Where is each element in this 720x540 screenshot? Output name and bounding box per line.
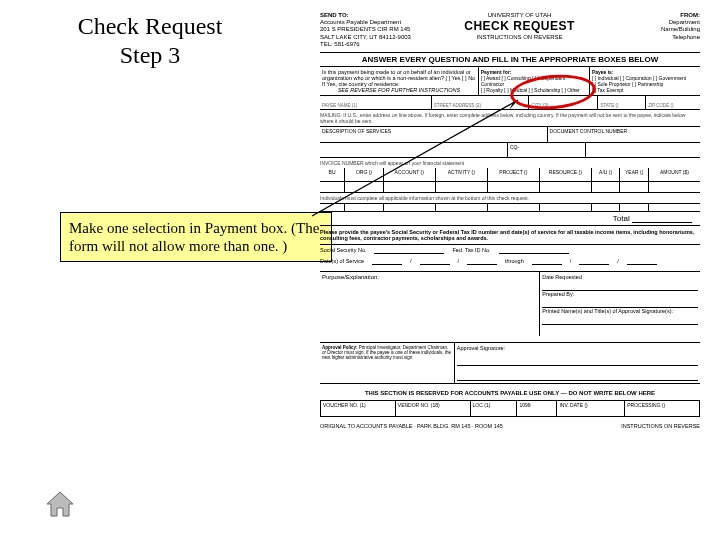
page-title-line1: Check Request: [60, 12, 240, 41]
ap-dist: PROCESSING (): [625, 401, 699, 416]
col-amount: AMOUNT ($): [649, 168, 700, 181]
footer-left: ORIGINAL TO ACCOUNTS PAYABLE · PARK BLDG…: [320, 423, 503, 429]
svg-marker-2: [47, 492, 73, 516]
university-line: UNIVERSITY OF UTAH: [453, 12, 586, 19]
form-title: CHECK REQUEST: [453, 19, 586, 33]
see-reverse: SEE REVERSE FOR FURTHER INSTRUCTIONS: [322, 87, 476, 93]
dos-label: Date(s) of Service: [320, 258, 364, 265]
home-button[interactable]: [44, 488, 76, 520]
check-request-form: SEND TO: Accounts Payable Department 201…: [320, 10, 700, 510]
total-label: Total: [613, 214, 630, 223]
col-yr: YEAR (): [620, 168, 649, 181]
from-label: FROM:: [680, 12, 700, 18]
ap-1099: 1099: [517, 401, 557, 416]
instruction-callout: Make one selection in Payment box. (The …: [60, 212, 332, 262]
purpose-label: Purpose/Explanation:: [322, 274, 379, 280]
ap-vendor: VENDOR NO. (18): [396, 401, 471, 416]
form-subtitle: INSTRUCTIONS ON REVERSE: [453, 34, 586, 41]
home-icon: [44, 488, 76, 520]
nra-question: Is this payment being made to or on beha…: [322, 69, 476, 81]
col-au: A/U (): [592, 168, 621, 181]
footer-right: INSTRUCTIONS ON REVERSE: [621, 423, 700, 429]
col-res: RESOURCE (): [540, 168, 592, 181]
ap-voucher: VOUCHER NO. (1): [321, 401, 396, 416]
sendto-body: Accounts Payable Department 201 S PRESID…: [320, 19, 434, 48]
svg-line-0: [312, 100, 518, 216]
ap-date: INV. DATE (): [557, 401, 625, 416]
reserved-banner: THIS SECTION IS RESERVED FOR ACCOUNTS PA…: [320, 384, 700, 398]
through-label: through: [505, 258, 524, 265]
ap-loc: LOC (1): [471, 401, 518, 416]
state-label: STATE (): [600, 103, 618, 108]
sendto-label: SEND TO:: [320, 12, 349, 18]
taxid-label: Fed. Tax ID No.: [452, 247, 490, 254]
pointer-arrow: [300, 100, 530, 220]
page-title-line2: Step 3: [60, 41, 240, 70]
ssn-label: Social Security No.: [320, 247, 366, 254]
doccontrol-label: DOCUMENT CONTROL NUMBER: [550, 128, 628, 134]
warn-text: Please provide the payee's Social Securi…: [320, 226, 700, 245]
answer-banner: ANSWER EVERY QUESTION AND FILL IN THE AP…: [320, 53, 700, 67]
payee-options: [ ] Individual [ ] Corporation [ ] Gover…: [592, 75, 698, 93]
from-body: Department Name/Building Telephone: [605, 19, 700, 41]
zip-label: ZIP CODE (): [648, 103, 673, 108]
